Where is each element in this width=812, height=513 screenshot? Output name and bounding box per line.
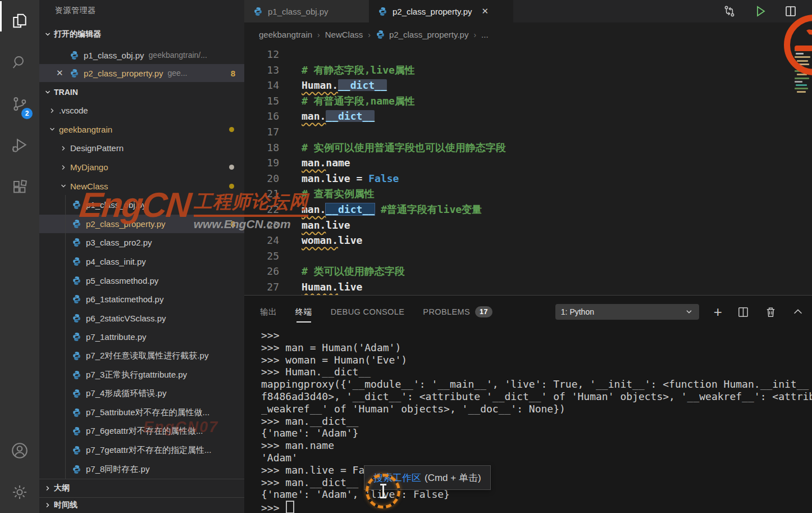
explorer-sidebar: 资源管理器 打开的编辑器 p1_class_obj.pygeekbangtrai… xyxy=(39,0,244,513)
python-file-icon xyxy=(376,30,385,39)
panel-tab-item[interactable]: 输出 xyxy=(260,307,277,317)
tree-folder-item[interactable]: MyDjango xyxy=(39,158,244,177)
activity-bar: 2 xyxy=(0,0,39,513)
tree-file-item[interactable]: p2_class_property.py8 xyxy=(39,215,244,234)
minimap-line xyxy=(795,81,802,83)
run-debug-icon[interactable] xyxy=(0,125,39,166)
terminal-line: >>> xyxy=(261,501,812,513)
breadcrumb-separator: › xyxy=(368,30,371,39)
terminal-select[interactable]: 1: Python xyxy=(555,304,699,320)
line-number: 25 xyxy=(244,248,279,264)
close-icon[interactable]: ✕ xyxy=(481,6,489,16)
editor-group: p1_class_obj.pyp2_class_property.py✕ gee… xyxy=(244,0,812,513)
code-line: 27Human.live xyxy=(244,279,812,295)
new-terminal-icon[interactable]: + xyxy=(714,306,722,317)
explorer-icon[interactable] xyxy=(0,0,39,42)
search-icon[interactable] xyxy=(0,42,39,83)
terminal-cursor xyxy=(286,501,294,513)
breadcrumb-item[interactable]: ... xyxy=(481,30,489,39)
line-number: 19 xyxy=(244,155,279,171)
python-file-icon xyxy=(72,408,81,417)
code-line: 17 xyxy=(244,124,812,140)
line-number: 17 xyxy=(244,124,279,140)
terminal-line: f8486ad3d40>, '__dict__': <attribute '__… xyxy=(261,391,812,403)
bottom-panel: 输出终端DEBUG CONSOLEPROBLEMS17 1: Python + … xyxy=(244,295,812,513)
python-file-icon xyxy=(72,332,81,342)
terminal-line: >>> man.name xyxy=(261,439,812,452)
terminal-output[interactable]: >>>>>> man = Human('Adam')>>> woman = Hu… xyxy=(261,329,812,513)
tree-file-item[interactable]: p7_1attribute.py xyxy=(39,328,244,347)
code-line: 24woman.live xyxy=(244,233,812,248)
python-file-icon xyxy=(378,7,387,16)
editor-tab[interactable]: p2_class_property.py✕ xyxy=(369,0,513,22)
tree-folder-item[interactable]: DesignPattern xyxy=(39,139,244,158)
breadcrumb-item[interactable]: NewClass xyxy=(325,30,363,39)
tree-folder-item[interactable]: .vscode xyxy=(39,101,244,120)
tree-file-item[interactable]: p4_class_init.py xyxy=(39,252,244,271)
source-control-icon[interactable]: 2 xyxy=(0,83,39,125)
panel-tab-item[interactable]: DEBUG CONSOLE xyxy=(331,307,405,316)
breadcrumb-item[interactable]: p2_class_property.py xyxy=(376,30,468,39)
open-editors-header[interactable]: 打开的编辑器 xyxy=(39,27,244,42)
problem-count-badge: 8 xyxy=(231,219,235,229)
tree-file-item[interactable]: p7_7getattr对不存在的指定属性... xyxy=(39,441,244,460)
line-number: 21 xyxy=(244,186,279,202)
tree-file-item[interactable]: p7_2对任意读取属性进行截获.py xyxy=(39,347,244,366)
maximize-panel-icon[interactable] xyxy=(792,306,804,318)
line-number: 23 xyxy=(244,217,279,233)
terminal-line: {'name': 'Adam'} xyxy=(261,427,812,439)
text-cursor-icon xyxy=(382,485,384,497)
line-number: 27 xyxy=(244,279,279,295)
python-file-icon xyxy=(72,446,81,455)
open-changes-icon[interactable] xyxy=(722,4,737,19)
editor-tab[interactable]: p1_class_obj.py xyxy=(244,0,369,22)
breadcrumb-item[interactable]: geekbangtrain xyxy=(259,30,312,39)
timeline-section[interactable]: 时间线 xyxy=(39,497,244,513)
code-line: 20man.live = False xyxy=(244,171,812,187)
tree-file-item[interactable]: p7_8同时存在.py xyxy=(39,460,244,479)
code-line: 18# 实例可以使用普通字段也可以使用静态字段 xyxy=(244,140,812,156)
run-file-icon[interactable] xyxy=(754,4,767,18)
python-file-icon xyxy=(72,370,81,380)
tree-file-item[interactable]: p1_class_obj.py xyxy=(39,196,244,215)
open-editor-item[interactable]: p1_class_obj.pygeekbangtrain/... xyxy=(39,46,244,64)
python-file-icon xyxy=(72,314,81,323)
tree-file-item[interactable]: p7_6getattr对不存在的属性做... xyxy=(39,422,244,441)
tree-file-item[interactable]: p6_1staticmethod.py xyxy=(39,290,244,309)
workspace-root-header[interactable]: TRAIN xyxy=(39,84,244,100)
python-file-icon xyxy=(72,294,81,304)
settings-gear-icon[interactable] xyxy=(0,471,39,513)
kill-terminal-icon[interactable] xyxy=(764,306,777,319)
breadcrumb: geekbangtrain›NewClass›p2_class_property… xyxy=(244,22,812,47)
tree-folder-item[interactable]: NewClass xyxy=(39,176,244,196)
panel-tab-item[interactable]: PROBLEMS17 xyxy=(423,306,492,317)
tree-folder-item[interactable]: geekbangtrain xyxy=(39,120,244,139)
terminal-line: >>> man.__dict__ # xyxy=(261,476,812,489)
tree-file-item[interactable]: p6_2staticVSclass.py xyxy=(39,309,244,328)
git-modified-dot xyxy=(229,127,234,132)
python-file-icon xyxy=(72,389,81,398)
python-file-icon xyxy=(72,351,81,361)
tree-file-item[interactable]: p7_4形成循环错误.py xyxy=(39,384,244,403)
outline-section[interactable]: 大纲 xyxy=(39,479,244,498)
terminal-line: 'Adam' xyxy=(261,452,812,464)
scm-pending-badge: 2 xyxy=(21,108,33,119)
close-icon[interactable]: ✕ xyxy=(56,68,63,78)
tree-file-item[interactable]: p7_3正常执行gtattribute.py xyxy=(39,365,244,384)
code-line: 15# 有普通字段,name属性 xyxy=(244,93,812,109)
breadcrumb-separator: › xyxy=(473,30,476,39)
tree-file-item[interactable]: p5_classmethod.py xyxy=(39,271,244,290)
extensions-icon[interactable] xyxy=(0,166,39,208)
code-editor[interactable]: 1213# 有静态字段,live属性14Human.__dict__15# 有普… xyxy=(244,47,812,295)
code-line: 22man.__dict__ #普通字段有live变量 xyxy=(244,202,812,217)
terminal-line: >>> man = Human('Adam') xyxy=(261,342,812,354)
account-icon[interactable] xyxy=(0,430,39,471)
tree-file-item[interactable]: p7_5attribute对不存在的属性做... xyxy=(39,403,244,423)
open-editor-item[interactable]: ✕p2_class_property.pygee...8 xyxy=(39,64,244,82)
panel-tab-active[interactable]: 终端 xyxy=(295,307,312,317)
code-line: 12 xyxy=(244,47,812,62)
split-editor-icon[interactable] xyxy=(784,4,797,18)
split-terminal-icon[interactable] xyxy=(737,306,750,319)
tree-file-item[interactable]: p3_class_pro2.py xyxy=(39,233,244,252)
click-highlight-ring xyxy=(366,474,400,509)
